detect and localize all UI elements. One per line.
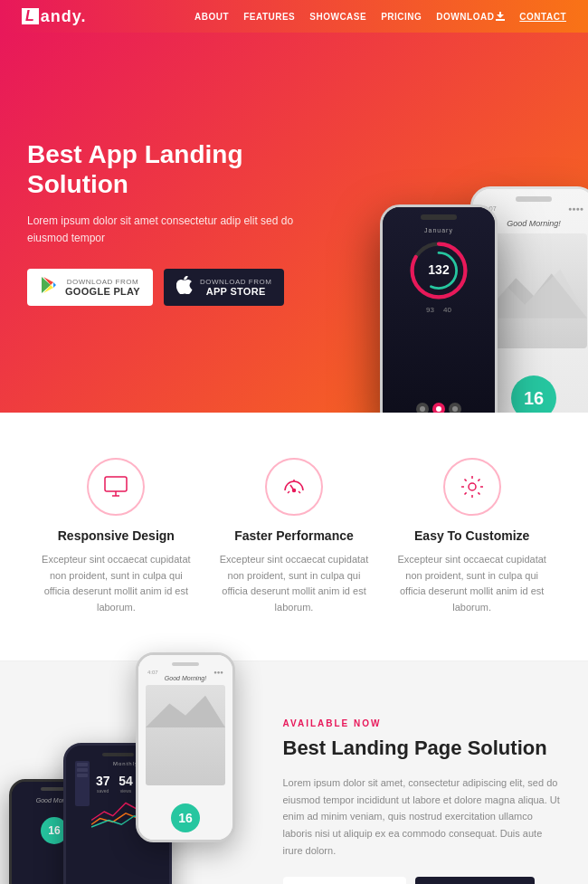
logo[interactable]: L andy. <box>22 7 86 26</box>
about-google-play-button[interactable]: Download From GOOGLE PLAY <box>283 877 407 884</box>
svg-marker-20 <box>146 696 225 727</box>
phone-gauge: 132 <box>407 239 470 302</box>
navbar: L andy. ABOUT FEATURES SHOWCASE PRICING … <box>0 0 588 33</box>
customize-icon-wrap <box>443 458 501 516</box>
day-circle: 16 <box>511 375 556 413</box>
hero-buttons: Download From GOOGLE PLAY Download From … <box>27 269 321 306</box>
google-play-button[interactable]: Download From GOOGLE PLAY <box>27 269 153 306</box>
google-play-text: Download From GOOGLE PLAY <box>65 278 140 297</box>
dark-phone-screen: January 132 93 40 <box>383 207 495 413</box>
phone3-day-circle: 16 <box>171 803 200 832</box>
hero-title: Best App Landing Solution <box>27 139 321 200</box>
monitor-icon <box>103 474 128 499</box>
svg-line-17 <box>299 491 300 493</box>
phone-dark: January 132 93 40 <box>380 204 498 413</box>
svg-line-16 <box>288 491 289 493</box>
about-desc: Lorem ipsum dolor sit amet, consectetur … <box>283 775 562 859</box>
hero-section: Best App Landing Solution Lorem ipsum do… <box>0 33 588 413</box>
feature-customize: Easy To Customize Excepteur sint occaeca… <box>383 458 561 615</box>
about-buttons: Download From GOOGLE PLAY Download From … <box>283 877 562 884</box>
about-phone-3: 4:07 ●●● Good Morning! 16 <box>136 652 235 842</box>
about-title: Best Landing Page Solution <box>283 736 562 762</box>
feature-title-performance: Faster Performance <box>219 528 370 543</box>
logo-text: andy. <box>41 7 87 26</box>
feature-title-customize: Easy To Customize <box>396 528 547 543</box>
svg-rect-11 <box>105 477 127 491</box>
phone-small-nums: 93 40 <box>426 306 451 314</box>
phone-notch-light <box>516 196 552 202</box>
phone-nav-dots <box>416 403 461 413</box>
about-content: AVAILABLE NOW Best Landing Page Solution… <box>265 682 589 884</box>
feature-desc-performance: Excepteur sint occaecat cupidatat non pr… <box>219 552 370 615</box>
app-store-button[interactable]: Download From APP STORE <box>164 269 284 306</box>
speedometer-icon <box>281 474 307 499</box>
nav-showcase[interactable]: SHOWCASE <box>309 12 366 22</box>
about-phones: Good Mornin 16 Monthly <box>0 661 265 884</box>
nav-features[interactable]: FEATURES <box>243 12 295 22</box>
nav-contact[interactable]: CONTACT <box>519 12 566 22</box>
nav-download[interactable]: DOWNLOAD <box>436 12 505 22</box>
app-store-text: Download From APP STORE <box>200 278 271 297</box>
hero-phones: January 132 93 40 <box>380 186 588 413</box>
feature-performance: Faster Performance Excepteur sint occaec… <box>205 458 384 615</box>
feature-desc-responsive: Excepteur sint occaecat cupidatat non pr… <box>41 552 192 615</box>
google-play-icon <box>40 276 58 299</box>
nav-pricing[interactable]: PRICING <box>381 12 422 22</box>
download-icon <box>496 12 505 21</box>
available-label: AVAILABLE NOW <box>283 718 562 728</box>
hero-content: Best App Landing Solution Lorem ipsum do… <box>27 139 321 343</box>
svg-marker-4 <box>53 282 56 288</box>
svg-text:132: 132 <box>428 262 450 277</box>
svg-point-15 <box>293 490 296 492</box>
svg-rect-0 <box>496 19 505 21</box>
about-app-store-button[interactable]: Download From APP STORE <box>415 877 534 884</box>
phone-notch-dark <box>421 214 457 220</box>
nav-links: ABOUT FEATURES SHOWCASE PRICING DOWNLOAD… <box>194 12 566 22</box>
feature-responsive: Responsive Design Excepteur sint occaeca… <box>27 458 205 615</box>
about-section: Good Mornin 16 Monthly <box>0 661 588 884</box>
svg-point-19 <box>469 483 476 490</box>
feature-desc-customize: Excepteur sint occaecat cupidatat non pr… <box>396 552 547 615</box>
apple-icon <box>176 276 193 299</box>
hero-subtitle: Lorem ipsum dolor sit amet consectetur a… <box>27 213 321 247</box>
gear-icon <box>460 474 485 499</box>
logo-letter: L <box>22 8 39 24</box>
nav-about[interactable]: ABOUT <box>194 12 229 22</box>
features-section: Responsive Design Excepteur sint occaeca… <box>0 413 588 661</box>
responsive-icon-wrap <box>87 458 145 516</box>
performance-icon-wrap <box>265 458 323 516</box>
phone3-screen: 4:07 ●●● Good Morning! 16 <box>138 655 232 840</box>
feature-title-responsive: Responsive Design <box>41 528 192 543</box>
about-phone-wrapper: Good Mornin 16 Monthly <box>0 661 265 884</box>
